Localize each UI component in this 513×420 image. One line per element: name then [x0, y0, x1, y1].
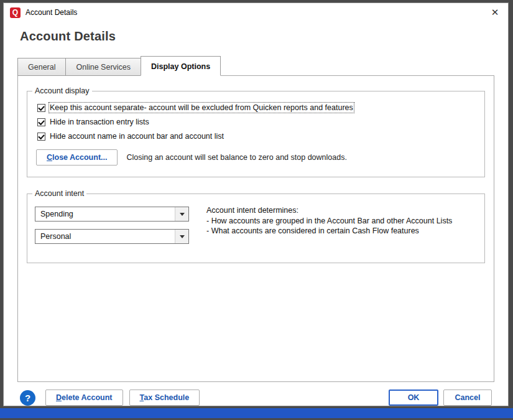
tab-display-options[interactable]: Display Options: [141, 56, 221, 76]
close-account-note: Closing an account will set balance to z…: [126, 153, 346, 162]
account-display-legend: Account display: [32, 86, 92, 95]
tab-bar: General Online Services Display Options: [17, 56, 494, 76]
intent-type-select[interactable]: Spending: [35, 207, 189, 222]
tab-online-services[interactable]: Online Services: [65, 58, 141, 76]
keep-separate-label[interactable]: Keep this account separate- account will…: [50, 103, 353, 112]
hide-transaction-row[interactable]: Hide in transaction entry lists: [37, 118, 474, 126]
intent-selects: Spending Personal: [35, 204, 201, 251]
help-icon[interactable]: ?: [20, 390, 35, 406]
chevron-down-icon: [175, 207, 188, 221]
hide-account-name-label[interactable]: Hide account name in account bar and acc…: [50, 132, 224, 141]
page-title: Account Details: [20, 29, 508, 44]
hide-account-name-row[interactable]: Hide account name in account bar and acc…: [37, 132, 474, 141]
hide-account-name-checkbox[interactable]: [37, 133, 45, 141]
intent-description: Account intent determines: - How account…: [206, 205, 452, 236]
account-display-group: Account display Keep this account separa…: [27, 91, 485, 177]
quicken-logo-icon: Q: [10, 7, 21, 18]
intent-description-line: Account intent determines:: [206, 205, 452, 216]
ok-button[interactable]: OK: [389, 390, 438, 406]
close-account-row: Close Account... Closing an account will…: [36, 149, 476, 166]
account-intent-legend: Account intent: [32, 189, 86, 198]
tax-schedule-button[interactable]: Tax Schedule: [129, 390, 200, 406]
intent-description-line: - What accounts are considered in certai…: [206, 226, 452, 236]
close-icon[interactable]: ✕: [488, 7, 502, 18]
chevron-down-icon: [175, 230, 188, 243]
footer: ? Delete Account Tax Schedule OK Cancel: [20, 390, 492, 406]
tab-panel: Account display Keep this account separa…: [17, 75, 494, 382]
cancel-button[interactable]: Cancel: [443, 390, 492, 406]
account-details-dialog: Q Account Details ✕ Account Details Gene…: [3, 2, 509, 406]
titlebar[interactable]: Q Account Details ✕: [4, 3, 508, 22]
intent-type-value: Spending: [40, 210, 73, 218]
background-window-strip: [0, 408, 513, 418]
delete-account-button[interactable]: Delete Account: [45, 390, 123, 406]
account-intent-group: Account intent Spending Personal Account…: [27, 194, 485, 263]
keep-separate-row[interactable]: Keep this account separate- account will…: [37, 103, 474, 112]
window-title: Account Details: [25, 8, 77, 17]
tab-general[interactable]: General: [17, 58, 66, 76]
intent-description-line: - How accounts are grouped in the Accoun…: [206, 216, 452, 226]
keep-separate-checkbox[interactable]: [37, 104, 45, 112]
intent-usage-value: Personal: [40, 232, 71, 241]
intent-usage-select[interactable]: Personal: [35, 229, 189, 244]
hide-transaction-label[interactable]: Hide in transaction entry lists: [50, 118, 149, 126]
close-account-button[interactable]: Close Account...: [36, 149, 118, 166]
hide-transaction-checkbox[interactable]: [37, 118, 45, 126]
